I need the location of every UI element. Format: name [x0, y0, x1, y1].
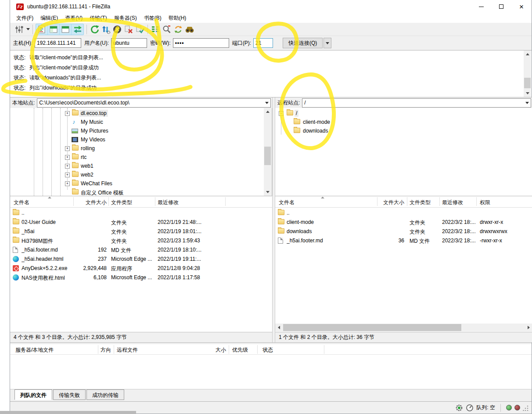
tab-queued-files[interactable]: 列队的文件 — [14, 389, 52, 400]
toggle-transfer-queue-button[interactable] — [72, 24, 83, 35]
site-manager-dropdown-button[interactable] — [25, 24, 31, 35]
cancel-button[interactable] — [111, 24, 123, 35]
tree-item[interactable]: 自定义 Office 模板 — [10, 188, 272, 196]
scroll-up-icon[interactable] — [264, 108, 271, 115]
tree-expander[interactable]: + — [65, 155, 70, 160]
tree-expander[interactable]: + — [65, 164, 70, 169]
close-button[interactable]: × — [511, 0, 532, 13]
column-header-remote-file[interactable]: 远程文件 — [117, 346, 138, 354]
password-input[interactable] — [173, 38, 229, 48]
file-row[interactable]: NAS使用教程.html 6,108 Microsoft Edge ... 20… — [10, 273, 272, 282]
vertical-splitter[interactable] — [272, 97, 275, 342]
tree-item-label[interactable]: client-mode — [302, 119, 331, 126]
column-header-size[interactable]: 文件大小 — [76, 199, 107, 206]
tree-item[interactable]: downloads — [275, 126, 532, 135]
tree-item-label[interactable]: 自定义 Office 模板 — [79, 189, 125, 196]
file-row[interactable]: _h5ai.footer.md 192 MD 文件 2022/1/19 18:1… — [10, 245, 272, 255]
menu-server[interactable]: 服务器(S) — [111, 14, 140, 23]
scroll-down-icon[interactable] — [524, 90, 531, 97]
refresh-button[interactable] — [89, 24, 100, 35]
scrollbar-thumb[interactable] — [524, 78, 531, 88]
file-row[interactable]: .. — [275, 209, 532, 218]
remote-horizontal-scrollbar[interactable] — [275, 324, 532, 331]
reconnect-button[interactable] — [134, 24, 146, 35]
transfer-settings-button[interactable] — [100, 24, 111, 35]
local-tree-scrollbar[interactable] — [264, 108, 271, 196]
disconnect-button[interactable] — [123, 24, 134, 35]
tab-failed-transfers[interactable]: 传输失败 — [53, 389, 86, 400]
tree-item[interactable]: + dl.ecoo.top — [10, 109, 272, 118]
tree-item[interactable]: + rtc — [10, 153, 272, 162]
local-path-combobox[interactable] — [37, 98, 271, 108]
scrollbar-thumb[interactable] — [283, 324, 461, 331]
tree-item[interactable]: + web1 — [10, 162, 272, 170]
tree-item-label[interactable]: / — [295, 110, 298, 117]
menu-edit[interactable]: 编辑(E) — [37, 14, 61, 23]
tree-item[interactable]: My Pictures — [10, 126, 272, 135]
menu-help[interactable]: 帮助(H) — [165, 14, 190, 23]
tree-item-label[interactable]: My Pictures — [79, 127, 110, 134]
column-header-name[interactable]: 文件名 — [14, 199, 29, 206]
menu-file[interactable]: 文件(F) — [13, 14, 37, 23]
tree-expander[interactable]: - — [279, 111, 284, 116]
maximize-button[interactable] — [491, 0, 511, 13]
filter-button[interactable] — [161, 24, 173, 35]
synchronized-browsing-button[interactable] — [173, 24, 184, 35]
host-input[interactable] — [35, 38, 81, 48]
resize-grip[interactable] — [523, 405, 529, 411]
scroll-up-icon[interactable] — [524, 50, 531, 58]
username-input[interactable] — [111, 38, 147, 48]
scroll-right-icon[interactable] — [525, 324, 532, 331]
tab-successful-transfers[interactable]: 成功的传输 — [86, 389, 124, 400]
directory-comparison-button[interactable] — [150, 24, 161, 35]
tree-item[interactable]: client-mode — [275, 118, 532, 126]
tree-item[interactable]: - / — [275, 109, 532, 118]
tree-item-label[interactable]: WeChat Files — [79, 180, 114, 187]
menu-transfer[interactable]: 传输(T) — [86, 14, 110, 23]
tree-item[interactable]: + rolling — [10, 144, 272, 153]
scroll-down-icon[interactable] — [264, 188, 271, 196]
column-header-name[interactable]: 文件名 — [279, 199, 295, 206]
tree-expander[interactable]: + — [65, 173, 70, 177]
speed-limits-gauge-icon[interactable] — [466, 404, 474, 412]
quickconnect-dropdown-button[interactable] — [324, 38, 331, 48]
remote-path-input[interactable] — [302, 100, 531, 106]
toggle-remote-tree-button[interactable] — [60, 24, 72, 35]
tree-expander[interactable]: + — [65, 111, 70, 116]
quickconnect-button[interactable]: 快速连接(Q) — [283, 38, 323, 48]
menu-bookmarks[interactable]: 书签(B) — [140, 14, 165, 23]
tree-expander[interactable]: + — [65, 181, 70, 186]
tree-item[interactable]: + web2 — [10, 170, 272, 179]
minimize-button[interactable] — [471, 0, 491, 13]
column-header-perms[interactable]: 权限 — [480, 199, 490, 206]
toggle-local-tree-button[interactable] — [48, 24, 60, 35]
file-row[interactable]: AnyDesk+5.2.2.exe 2,929,448 应用程序 2021/12… — [10, 264, 272, 273]
tree-item-label[interactable]: rtc — [79, 154, 88, 161]
file-row[interactable]: .. — [10, 209, 272, 218]
tree-item-label[interactable]: My Music — [79, 119, 104, 126]
column-header-size[interactable]: 大小 — [199, 346, 226, 354]
column-header-modified[interactable]: 最近修改 — [442, 199, 463, 206]
column-header-direction[interactable]: 方向 — [101, 346, 111, 354]
column-header-size[interactable]: 文件大小 — [380, 199, 404, 206]
file-row[interactable]: _h5ai 文件夹 2022/1/19 18:01:... — [10, 227, 272, 236]
site-manager-button[interactable] — [14, 24, 25, 35]
column-header-status[interactable]: 状态 — [262, 346, 273, 354]
tree-item[interactable]: My Videos — [10, 135, 272, 144]
tree-item-label[interactable]: My Videos — [79, 136, 107, 143]
log-scrollbar[interactable] — [524, 50, 531, 97]
tree-item-label[interactable]: dl.ecoo.top — [79, 110, 108, 117]
column-header-type[interactable]: 文件类型 — [410, 199, 431, 206]
scroll-left-icon[interactable] — [275, 324, 283, 331]
column-header-priority[interactable]: 优先级 — [232, 346, 248, 354]
file-row[interactable]: 02-User Guide 文件夹 2022/1/19 21:48:... — [10, 218, 272, 227]
column-header-type[interactable]: 文件类型 — [111, 199, 132, 206]
file-row[interactable]: _h5ai.footer.md 36 MD 文件 2022/3/2 18:...… — [275, 236, 532, 245]
file-row[interactable]: Hi3798M固件 文件夹 2022/1/23 1:59:43 — [10, 236, 272, 245]
queue-settings-gear-icon[interactable] — [455, 404, 463, 412]
file-row[interactable]: downloads 文件夹 2022/3/2 18:... drwxrwxrwx — [275, 227, 532, 236]
file-row[interactable]: _h5ai.header.html 237 Microsoft Edge ...… — [10, 255, 272, 264]
title-bar[interactable]: Fz ubuntu@192.168.111.141 - FileZilla × — [10, 0, 532, 13]
tree-item-label[interactable]: downloads — [302, 127, 329, 134]
local-path-input[interactable] — [37, 100, 270, 106]
